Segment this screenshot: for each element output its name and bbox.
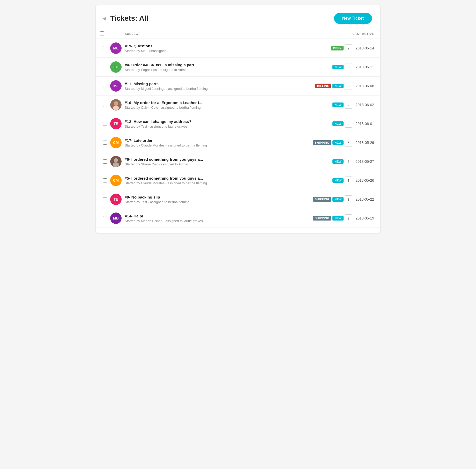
- badge-new: NEW: [332, 216, 344, 221]
- badges-group: SHIPPINGNEW3: [313, 195, 353, 203]
- ticket-info: #11- Missing partsStarted by Miguel Jenn…: [125, 82, 333, 91]
- select-all-checkbox[interactable]: [100, 31, 104, 35]
- svg-point-3: [114, 101, 118, 106]
- new-ticket-button[interactable]: New Ticket: [334, 13, 372, 24]
- row-checkbox[interactable]: [103, 65, 107, 69]
- ticket-right-cell: SHIPPINGNEW52018-05-29: [333, 139, 374, 146]
- last-active-date: 2018-06-06: [355, 84, 374, 88]
- reply-count: 2: [345, 214, 352, 222]
- badge-new: NEW: [332, 84, 344, 88]
- last-active-date: 2018-05-29: [355, 141, 374, 145]
- table-header: SUBJECT LAST ACTIVE: [96, 29, 380, 39]
- avatar: TE: [110, 118, 125, 129]
- ticket-title: #17- Late order: [125, 138, 333, 143]
- last-active-date: 2018-06-01: [355, 122, 374, 126]
- last-active-date: 2018-05-19: [355, 216, 374, 220]
- row-checkbox-cell: [100, 65, 110, 69]
- badge-shipping: SHIPPING: [313, 197, 332, 202]
- ticket-info: #19- QuestionsStarted by Mel - unassigne…: [125, 44, 333, 53]
- sidebar-toggle-icon[interactable]: ◀: [101, 15, 107, 21]
- ticket-title: #12- How can I change my address?: [125, 119, 333, 124]
- ticket-right-cell: NEW22018-06-01: [333, 120, 374, 128]
- row-checkbox-cell: [100, 84, 110, 88]
- ticket-title: #6- I ordered something from you guys a.…: [125, 157, 333, 162]
- header-checkbox-cell: [100, 31, 110, 36]
- table-row[interactable]: CM#17- Late orderStarted by Claude Moral…: [96, 133, 380, 152]
- table-row[interactable]: TE#12- How can I change my address?Start…: [96, 114, 380, 133]
- ticket-right-cell: NEW32018-05-27: [333, 158, 374, 165]
- avatar: CM: [110, 137, 125, 148]
- last-active-date: 2018-05-22: [355, 197, 374, 201]
- ticket-title: #19- Questions: [125, 44, 333, 48]
- table-row[interactable]: #16- My order for a 'Ergonomic Leather L…: [96, 96, 380, 114]
- tickets-container: ◀ Tickets: All New Ticket SUBJECT LAST A…: [96, 5, 380, 233]
- badges-group: NEW3: [332, 177, 352, 184]
- badge-new: NEW: [332, 121, 344, 126]
- avatar: EH: [110, 61, 125, 73]
- ticket-subtitle: Started by Calvin Cole - assigned to ber…: [125, 106, 333, 109]
- table-row[interactable]: EH#4- Order #40341880 is missing a partS…: [96, 58, 380, 77]
- badges-group: NEW3: [332, 158, 352, 165]
- table-row[interactable]: #6- I ordered something from you guys a.…: [96, 152, 380, 171]
- table-row[interactable]: ME#19- QuestionsStarted by Mel - unassig…: [96, 39, 380, 58]
- ticket-info: #6- I ordered something from you guys a.…: [125, 157, 333, 166]
- ticket-subtitle: Started by Shane Cox - assigned to Admin: [125, 162, 333, 166]
- svg-point-5: [114, 158, 118, 162]
- reply-count: 3: [345, 195, 352, 203]
- row-checkbox[interactable]: [103, 84, 107, 88]
- reply-count: 5: [345, 63, 352, 71]
- badge-open: OPEN: [331, 46, 344, 50]
- svg-point-6: [113, 162, 119, 167]
- badge-shipping: SHIPPING: [313, 216, 332, 221]
- row-checkbox-cell: [100, 46, 110, 50]
- row-checkbox[interactable]: [103, 103, 107, 107]
- reply-count: 3: [345, 177, 352, 184]
- last-active-date: 2018-06-02: [355, 103, 374, 107]
- last-active-date: 2018-05-26: [355, 178, 374, 182]
- avatar: [110, 99, 125, 111]
- table-row[interactable]: MJ#11- Missing partsStarted by Miguel Je…: [96, 77, 380, 96]
- ticket-title: #9- No packing slip: [125, 195, 333, 199]
- ticket-right-cell: NEW52018-06-11: [333, 63, 374, 71]
- badges-group: NEW2: [332, 120, 352, 128]
- avatar: MJ: [110, 80, 125, 92]
- row-checkbox[interactable]: [103, 197, 107, 201]
- ticket-title: #11- Missing parts: [125, 82, 333, 86]
- last-active-date: 2018-06-11: [355, 65, 374, 69]
- badge-shipping: SHIPPING: [313, 140, 332, 145]
- svg-point-2: [113, 106, 119, 110]
- ticket-subtitle: Started by Claude Morales - assigned to …: [125, 143, 333, 147]
- row-checkbox[interactable]: [103, 141, 107, 145]
- ticket-right-cell: SHIPPINGNEW32018-05-22: [333, 195, 374, 203]
- badges-group: BILLINGNEW3: [315, 82, 353, 90]
- ticket-subtitle: Started by Miguel Jennings - assigned to…: [125, 87, 333, 91]
- table-row[interactable]: MB#14- Help!Started by Megan Bishop - as…: [96, 209, 380, 228]
- ticket-title: #4- Order #40341880 is missing a part: [125, 63, 333, 67]
- ticket-right-cell: NEW22018-06-02: [333, 101, 374, 109]
- row-checkbox-cell: [100, 216, 110, 220]
- ticket-subtitle: Started by Test - assigned to laurie gra…: [125, 124, 333, 128]
- last-active-date: 2018-05-27: [355, 159, 374, 164]
- ticket-subtitle: Started by Edgar Holt - assigned to Admi…: [125, 68, 333, 72]
- reply-count: 2: [345, 101, 352, 109]
- row-checkbox[interactable]: [103, 159, 107, 164]
- ticket-title: #14- Help!: [125, 214, 333, 218]
- page-title: Tickets: All: [110, 14, 148, 23]
- row-checkbox[interactable]: [103, 216, 107, 220]
- badges-group: NEW5: [332, 63, 352, 71]
- ticket-subtitle: Started by Mel - unassigned: [125, 49, 333, 53]
- ticket-title: #16- My order for a 'Ergonomic Leather L…: [125, 100, 333, 105]
- ticket-title: #5- I ordered something from you guys a.…: [125, 176, 333, 180]
- reply-count: 2: [345, 120, 352, 128]
- avatar: [110, 156, 125, 167]
- row-checkbox[interactable]: [103, 178, 107, 182]
- row-checkbox[interactable]: [103, 122, 107, 126]
- badge-new: NEW: [332, 140, 344, 145]
- ticket-info: #4- Order #40341880 is missing a partSta…: [125, 63, 333, 72]
- table-row[interactable]: TE#9- No packing slipStarted by Test - a…: [96, 190, 380, 209]
- badges-group: SHIPPINGNEW5: [313, 139, 353, 146]
- row-checkbox[interactable]: [103, 46, 107, 50]
- ticket-subtitle: Started by Megan Bishop - assigned to la…: [125, 219, 333, 223]
- row-checkbox-cell: [100, 159, 110, 164]
- table-row[interactable]: CM#5- I ordered something from you guys …: [96, 171, 380, 190]
